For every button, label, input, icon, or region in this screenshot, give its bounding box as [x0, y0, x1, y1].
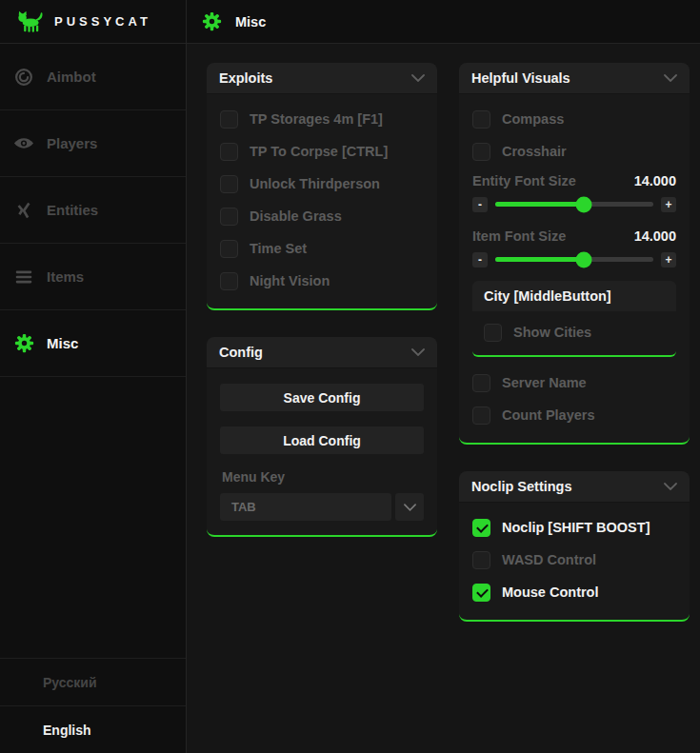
checkbox-label: TP To Corpse [CTRL] — [250, 144, 388, 159]
panel-noclip-body: Noclip [SHIFT BOOST] WASD Control Mouse … — [459, 503, 690, 620]
panel-helpful-visuals: Helpful Visuals Compass Crosshair — [459, 63, 690, 445]
checkbox[interactable] — [220, 175, 238, 193]
sidebar-item-label: Players — [47, 135, 97, 151]
city-subpanel-header[interactable]: City [MiddleButton] — [472, 281, 676, 311]
menu-key-select: TAB — [220, 493, 424, 521]
checkbox[interactable] — [472, 519, 490, 537]
checkbox[interactable] — [220, 110, 238, 129]
panel-noclip-settings: Noclip Settings Noclip [SHIFT BOOST] WAS — [459, 471, 690, 622]
checkbox[interactable] — [472, 406, 490, 425]
chevron-down-icon — [411, 348, 425, 356]
sidebar-item-label: Items — [47, 268, 84, 285]
brand-name: PUSSYCAT — [54, 14, 151, 29]
city-subpanel: City [MiddleButton] Show Cities — [472, 281, 676, 357]
checkbox-label: Compass — [502, 111, 564, 127]
item-font-size-slider-group: Item Font Size 14.000 - + — [472, 226, 676, 272]
increment-button[interactable]: + — [661, 252, 676, 268]
checkbox-row-noclip[interactable]: Noclip [SHIFT BOOST] — [472, 511, 676, 544]
checkbox-row-compass[interactable]: Compass — [472, 103, 676, 135]
decrement-button[interactable]: - — [472, 197, 488, 212]
slider-fill — [495, 257, 584, 262]
checkbox[interactable] — [220, 272, 238, 290]
panel-noclip-header[interactable]: Noclip Settings — [459, 471, 690, 503]
app-window: PUSSYCAT Aimbot — [0, 0, 700, 753]
entity-font-size-slider-group: Entity Font Size 14.000 - + — [472, 170, 676, 217]
checkbox[interactable] — [472, 374, 490, 392]
checkbox-row-time-set[interactable]: Time Set — [220, 232, 424, 265]
topbar: Misc — [187, 0, 700, 44]
checkbox[interactable] — [472, 551, 490, 569]
slider-label: Entity Font Size — [472, 173, 576, 188]
checkbox-row-disable-grass[interactable]: Disable Grass — [220, 200, 424, 232]
checkbox-label: WASD Control — [502, 552, 596, 567]
checkbox-row-night-vision[interactable]: Night Vision — [220, 265, 424, 297]
checkbox[interactable] — [472, 110, 490, 129]
sidebar-item-label: Aimbot — [47, 69, 96, 85]
checkbox[interactable] — [220, 240, 238, 258]
checkbox-label: Crosshair — [502, 144, 567, 159]
chevron-down-icon — [664, 74, 677, 82]
right-column: Helpful Visuals Compass Crosshair — [459, 63, 690, 648]
panel-title: Noclip Settings — [471, 479, 572, 494]
language-item-russian[interactable]: Русский — [0, 658, 186, 705]
menu-key-value[interactable]: TAB — [220, 493, 391, 521]
content: Exploits TP Storages 4m [F1] TP To Corps — [187, 44, 700, 753]
chevron-down-icon — [664, 483, 677, 490]
checkbox-row-tp-corpse[interactable]: TP To Corpse [CTRL] — [220, 135, 424, 168]
increment-button[interactable]: + — [661, 197, 676, 212]
panel-helpful-visuals-header[interactable]: Helpful Visuals — [459, 63, 690, 94]
checkbox-row-wasd-control[interactable]: WASD Control — [472, 544, 676, 576]
chevron-down-icon — [404, 504, 416, 511]
slider-track[interactable] — [495, 257, 653, 262]
checkbox-label: Show Cities — [513, 325, 591, 340]
sidebar-item-label: Misc — [47, 335, 78, 351]
language-item-english[interactable]: English — [0, 705, 186, 753]
brand-logo: PUSSYCAT — [0, 0, 186, 44]
menu-key-dropdown-button[interactable] — [395, 493, 424, 521]
slider-thumb[interactable] — [575, 251, 591, 268]
panel-helpful-visuals-body: Compass Crosshair Entity Font Size 14.00… — [459, 94, 690, 443]
checkbox-label: Mouse Control — [502, 585, 599, 600]
checkbox[interactable] — [484, 324, 502, 342]
checkbox-row-show-cities[interactable]: Show Cities — [484, 316, 665, 348]
slider-label: Item Font Size — [472, 228, 566, 244]
checkbox[interactable] — [220, 143, 238, 161]
checkbox-row-count-players[interactable]: Count Players — [472, 399, 676, 431]
panel-exploits-header[interactable]: Exploits — [207, 63, 437, 94]
decrement-button[interactable]: - — [472, 252, 488, 268]
slider-track[interactable] — [495, 202, 653, 207]
checkbox-label: Unlock Thirdperson — [250, 176, 380, 191]
panel-config-body: Save Config Load Config Menu Key TAB — [207, 368, 437, 535]
sidebar-item-items[interactable]: Items — [0, 244, 186, 310]
checkbox-row-tp-storages[interactable]: TP Storages 4m [F1] — [220, 103, 424, 135]
sidebar-item-entities[interactable]: Entities — [0, 177, 186, 244]
save-config-button[interactable]: Save Config — [220, 384, 424, 411]
panel-title: Config — [219, 345, 263, 360]
slider-thumb[interactable] — [575, 196, 591, 212]
left-column: Exploits TP Storages 4m [F1] TP To Corps — [207, 63, 437, 564]
cat-icon — [16, 10, 46, 33]
sidebar-item-misc[interactable]: Misc — [0, 310, 186, 377]
checkbox[interactable] — [220, 208, 238, 226]
checkbox-row-unlock-thirdperson[interactable]: Unlock Thirdperson — [220, 168, 424, 200]
checkbox-row-server-name[interactable]: Server Name — [472, 367, 676, 399]
entities-icon — [13, 200, 34, 221]
load-config-button[interactable]: Load Config — [220, 426, 424, 454]
menu-key-label: Menu Key — [222, 469, 424, 485]
checkbox-label: Disable Grass — [250, 208, 342, 224]
checkbox-label: Night Vision — [250, 273, 330, 288]
checkbox-label: Noclip [SHIFT BOOST] — [502, 520, 650, 535]
panel-config: Config Save Config Load Config Menu Key … — [207, 337, 437, 537]
checkbox[interactable] — [472, 143, 490, 161]
panel-config-header[interactable]: Config — [207, 337, 437, 368]
checkbox[interactable] — [472, 584, 490, 602]
checkbox-row-mouse-control[interactable]: Mouse Control — [472, 576, 676, 608]
checkbox-label: Time Set — [250, 241, 307, 256]
chevron-down-icon — [411, 74, 425, 82]
checkbox-label: Server Name — [502, 375, 587, 390]
sidebar-item-players[interactable]: Players — [0, 110, 186, 177]
checkbox-row-crosshair[interactable]: Crosshair — [472, 135, 676, 168]
panel-exploits: Exploits TP Storages 4m [F1] TP To Corps — [207, 63, 437, 310]
main-area: Misc Exploits TP Storages 4m [F1] — [187, 0, 700, 753]
sidebar-item-aimbot[interactable]: Aimbot — [0, 44, 186, 110]
